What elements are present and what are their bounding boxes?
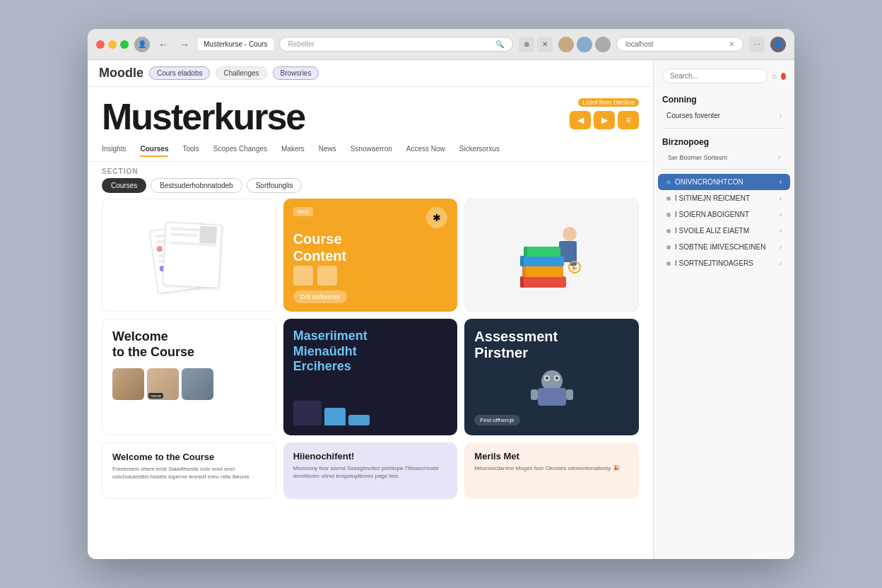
bc-title-2: Hiienochifent! (293, 451, 448, 461)
svg-rect-8 (520, 256, 564, 266)
snav-courses[interactable]: Courses (140, 145, 168, 157)
content-area: Moodle Cours eladobs Challenges Browsrie… (88, 60, 653, 559)
bc-text-2: Moonooly foor ssend Ssasgimottor pohiiop… (293, 464, 448, 480)
snav-tools[interactable]: Tools (182, 145, 199, 157)
card-icon: ✱ (426, 207, 447, 228)
close-button[interactable] (96, 40, 105, 49)
card-books[interactable]: ▶ (464, 199, 639, 312)
dv-block-3 (348, 415, 370, 425)
sidebar-divider-1 (662, 128, 786, 129)
hero-btn-1[interactable]: ◀ (570, 111, 591, 129)
top-nav: Moodle Cours eladobs Challenges Browsrie… (88, 60, 653, 87)
svg-text:▶: ▶ (572, 264, 578, 271)
card-assessment-btn[interactable]: Find offhercje (474, 415, 519, 425)
sidebar-dot-1 (666, 196, 671, 201)
sidebar-nav-item-4[interactable]: I SOBTNE IMIVESCHEINEN › (658, 239, 790, 255)
maximize-button[interactable] (120, 40, 129, 49)
nav-pill-challenges[interactable]: Challenges (216, 66, 266, 80)
snav-scopes[interactable]: Scopes Changes (213, 145, 267, 157)
back-button[interactable]: ← (155, 37, 171, 52)
card-3d-illo: ▶ (465, 199, 638, 311)
svg-rect-7 (522, 266, 526, 277)
snav-ssno[interactable]: Ssnowaerron (351, 145, 392, 157)
snav-access[interactable]: Access Now (406, 145, 445, 157)
browser-search-bar[interactable]: Rebeller 🔍 (279, 37, 513, 52)
avatar-1 (112, 368, 144, 400)
browser-action-btn-1[interactable]: ⊕ (519, 37, 534, 52)
traffic-lights (96, 40, 129, 49)
sidebar-dot-0 (666, 180, 671, 184)
hero-btn-3[interactable]: ≡ (618, 111, 639, 129)
filter-pills: Courses Bestsuderhobnnatodeb Sortfoungli… (88, 178, 653, 199)
nav-pill-courses[interactable]: Cours eladobs (149, 66, 210, 80)
dv-block-1 (293, 401, 322, 425)
sidebar-biz-title: Birznopoeg (654, 133, 794, 150)
filter-courses[interactable]: Courses (102, 178, 146, 193)
sidebar-search-input[interactable] (662, 69, 768, 83)
snav-news[interactable]: News (319, 145, 336, 157)
bottom-card-welcome[interactable]: Welcome to the Course Freelosem shem ens… (102, 442, 276, 499)
sidebar-nav-item-1[interactable]: I SITIMEJN REICMENT › (658, 190, 790, 206)
nav-pill-browsries[interactable]: Browsries (273, 66, 319, 80)
card-navy-title: AssessmentPirstner (474, 329, 629, 361)
avatar-row: name (112, 368, 266, 400)
dv-block-2 (324, 408, 346, 425)
snav-makers[interactable]: Makers (281, 145, 305, 157)
avatar-3 (182, 368, 213, 400)
browser-action-btn-2[interactable]: ✕ (537, 37, 553, 52)
hero-title: Musterkurse (102, 98, 639, 135)
card-thumb-1 (293, 266, 313, 286)
profile-icons (558, 37, 611, 52)
sidebar-notification-dot (781, 73, 786, 80)
card-tag: Best (293, 207, 313, 216)
card-maseriiment[interactable]: MaseriimentMienaüdhtErciheres (283, 319, 458, 435)
profile-icon-3[interactable] (595, 37, 611, 52)
card-assessment[interactable]: AssessmentPirstner (464, 319, 639, 435)
hero-right: Listof bom Decline ◀ ▶ ≡ (570, 98, 639, 129)
address-bar[interactable]: localhost ✕ (616, 37, 743, 52)
sidebar-nav-item-3[interactable]: I SVOILE ALIZ EIAETM › (658, 223, 790, 239)
browser-chrome: 👤 ← → Musterkurse - Cours Rebeller 🔍 ⊕ ✕… (88, 29, 794, 60)
card-welcome[interactable]: Welcometo the Course name (102, 319, 276, 435)
sidebar-nav-item-2[interactable]: I SOIERN ABOIGENNT › (658, 206, 790, 223)
bottom-card-hiien[interactable]: Hiienochifent! Moonooly foor ssend Ssasg… (283, 442, 458, 499)
bottom-card-merils[interactable]: Merils Met Meurxiocilantno Muges foor Ol… (464, 442, 639, 499)
books-svg: ▶ (517, 216, 587, 294)
svg-rect-6 (522, 266, 563, 277)
sidebar-nav-item-5[interactable]: I SORTNEJTINOAGERS › (658, 255, 790, 271)
profile-icon-1[interactable] (558, 37, 574, 52)
browser-menu-btn[interactable]: ⋯ (749, 37, 765, 52)
filter-sort[interactable]: Sortfounglis (247, 178, 302, 193)
snav-insights[interactable]: Insights (102, 145, 126, 157)
svg-point-18 (555, 377, 558, 380)
forward-button[interactable]: → (177, 37, 192, 52)
sidebar-item-courses-foventer[interactable]: Courses foventer › (658, 107, 790, 124)
card-illustration[interactable] (102, 199, 276, 312)
browser-window: 👤 ← → Musterkurse - Cours Rebeller 🔍 ⊕ ✕… (88, 29, 794, 559)
profile-icon-2[interactable] (577, 37, 592, 52)
main-layout: Moodle Cours eladobs Challenges Browsrie… (88, 60, 794, 559)
navy-illo (474, 367, 629, 409)
avatar-label: name (148, 393, 163, 399)
card-welcome-title: Welcometo the Course (112, 329, 266, 360)
snav-sickers[interactable]: Sickersorxus (459, 145, 500, 157)
sidebar-nav-item-0[interactable]: ONIVNCRONHTCON › (658, 174, 790, 190)
sidebar-divider-2 (662, 169, 786, 170)
svg-rect-5 (520, 276, 524, 288)
browser-tab[interactable]: Musterkurse - Cours (198, 38, 274, 50)
hero-btn-2[interactable]: ▶ (594, 111, 615, 129)
svg-rect-11 (524, 247, 527, 257)
filter-bests[interactable]: Bestsuderhobnnatodeb (151, 178, 242, 193)
robot-svg (524, 367, 580, 409)
sidebar-main-title: Conning (654, 90, 794, 107)
bc-title-3: Merils Met (474, 451, 629, 461)
right-sidebar: ○ Conning Courses foventer › Birznopoeg … (653, 60, 794, 559)
card-course-content[interactable]: Best ✱ CourseContent Dot cotfontnor (283, 199, 458, 312)
sort-label: Listof bom Decline (578, 98, 639, 107)
minimize-button[interactable] (108, 40, 117, 49)
sidebar-sub-item-1[interactable]: Ser Boomer Sortesm › (654, 150, 794, 165)
card-course-content-btn[interactable]: Dot cotfontnor (293, 290, 348, 303)
paper-stack (153, 220, 224, 290)
svg-rect-19 (538, 388, 566, 406)
svg-rect-4 (520, 276, 566, 288)
